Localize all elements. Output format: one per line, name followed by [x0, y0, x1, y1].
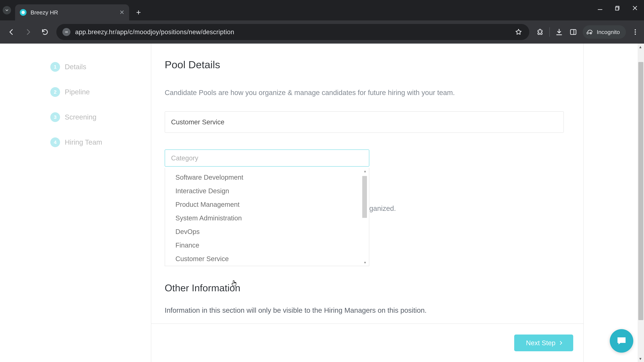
category-select-wrap: Category ▴ Software Development Interact… [165, 149, 369, 167]
form-footer: Next Step [151, 324, 583, 362]
step-number: 3 [50, 112, 60, 122]
category-option[interactable]: Software Development [165, 171, 369, 184]
downloads-icon[interactable] [554, 27, 564, 37]
close-window-icon[interactable] [632, 5, 638, 12]
page-content: 1 Details 2 Pipeline 3 Screening 4 Hirin… [0, 43, 644, 362]
address-bar: app.breezy.hr/app/c/moodjoy/positions/ne… [0, 20, 644, 43]
section-subtext: Information in this section will only be… [165, 305, 446, 316]
step-label: Screening [65, 113, 96, 121]
extensions-icon[interactable] [535, 27, 545, 37]
new-tab-button[interactable] [133, 7, 144, 18]
step-number: 4 [50, 137, 60, 147]
step-label: Pipeline [65, 88, 90, 96]
pool-name-input[interactable]: Customer Service [165, 111, 564, 133]
maximize-icon[interactable] [615, 5, 620, 12]
page-subtitle: Candidate Pools are how you organize & m… [165, 87, 564, 98]
scrollbar-thumb[interactable] [638, 62, 643, 320]
step-label: Details [65, 63, 86, 71]
svg-rect-3 [570, 29, 576, 34]
forward-button[interactable] [21, 25, 36, 39]
bookmark-star-icon[interactable] [514, 27, 523, 37]
obscured-text-fragment: ganized. [369, 204, 396, 213]
step-pipeline[interactable]: 2 Pipeline [50, 87, 141, 97]
back-button[interactable] [4, 25, 19, 39]
category-option[interactable]: Finance [165, 239, 369, 252]
category-option[interactable]: Sales [165, 266, 369, 266]
category-option[interactable]: Customer Service [165, 252, 369, 266]
svg-rect-2 [616, 7, 619, 10]
next-step-label: Next Step [526, 339, 556, 347]
category-option[interactable]: Product Management [165, 198, 369, 211]
scroll-up-icon[interactable]: ▴ [639, 44, 642, 49]
page-scrollbar[interactable]: ▴ ▾ [638, 43, 644, 362]
page-title: Pool Details [165, 59, 564, 70]
url-text: app.breezy.hr/app/c/moodjoy/positions/ne… [75, 28, 509, 36]
omnibox[interactable]: app.breezy.hr/app/c/moodjoy/positions/ne… [56, 24, 529, 40]
kebab-menu-icon[interactable] [630, 27, 640, 37]
wizard-steps: 1 Details 2 Pipeline 3 Screening 4 Hirin… [0, 43, 151, 362]
step-label: Hiring Team [65, 138, 102, 146]
dropdown-scroll-up-icon[interactable]: ▴ [364, 169, 366, 173]
side-panel-icon[interactable] [568, 27, 578, 37]
tabstrip: Breezy HR ✕ [0, 0, 644, 20]
svg-point-0 [22, 11, 25, 14]
content-divider-right [583, 43, 584, 362]
step-number: 1 [50, 62, 60, 72]
step-number: 2 [50, 87, 60, 97]
category-option[interactable]: Interactive Design [165, 184, 369, 198]
next-step-button[interactable]: Next Step [514, 335, 573, 351]
toolbar-right: Incognito [535, 25, 640, 39]
category-placeholder: Category [171, 154, 198, 162]
svg-point-6 [634, 33, 636, 35]
dropdown-list: Software Development Interactive Design … [165, 168, 369, 266]
section-heading: Other Information [165, 282, 564, 294]
tab-title: Breezy HR [30, 9, 116, 16]
category-option[interactable]: DevOps [165, 225, 369, 239]
chat-widget-button[interactable] [610, 329, 633, 353]
pool-name-value: Customer Service [171, 118, 224, 126]
svg-point-5 [634, 31, 636, 32]
incognito-label: Incognito [597, 29, 620, 35]
incognito-indicator[interactable]: Incognito [582, 25, 626, 39]
close-tab-icon[interactable]: ✕ [120, 9, 124, 16]
step-screening[interactable]: 3 Screening [50, 112, 141, 122]
window-controls [597, 5, 638, 12]
chevron-right-icon [558, 341, 563, 345]
category-option[interactable]: System Administration [165, 211, 369, 225]
active-tab[interactable]: Breezy HR ✕ [15, 4, 129, 20]
category-select[interactable]: Category [165, 149, 369, 167]
other-information-section: Other Information Information in this se… [165, 282, 564, 316]
tab-search-button[interactable] [3, 6, 11, 14]
scroll-down-icon[interactable]: ▾ [639, 356, 642, 361]
dropdown-scrollbar[interactable] [362, 176, 367, 218]
svg-point-4 [634, 29, 636, 30]
toolbar-divider [550, 27, 550, 37]
step-details[interactable]: 1 Details [50, 62, 141, 72]
site-settings-icon[interactable] [62, 28, 70, 36]
reload-button[interactable] [38, 25, 52, 39]
favicon-icon [20, 9, 26, 16]
step-hiring-team[interactable]: 4 Hiring Team [50, 137, 141, 147]
minimize-icon[interactable] [597, 5, 603, 12]
category-dropdown: ▴ Software Development Interactive Desig… [165, 168, 369, 266]
browser-chrome: Breezy HR ✕ [0, 0, 644, 43]
dropdown-scroll-down-icon[interactable]: ▾ [364, 260, 366, 265]
form-main: Pool Details Candidate Pools are how you… [151, 43, 577, 362]
chat-icon [616, 335, 628, 347]
